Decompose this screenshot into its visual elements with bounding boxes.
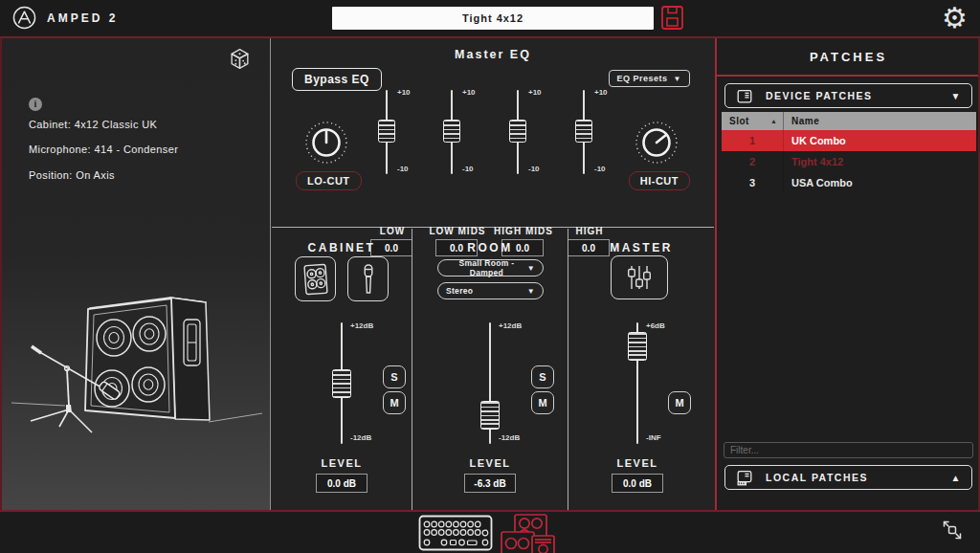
lo-cut-knob[interactable] <box>303 120 349 166</box>
eq-low-fader-handle[interactable] <box>378 120 395 143</box>
slot-column-header[interactable]: Slot ▲ <box>722 116 783 126</box>
fader-min-label: -INF <box>646 433 661 442</box>
patch-slot: 1 <box>722 135 783 146</box>
bottom-bar <box>0 510 980 553</box>
room-mode-value: Stereo <box>446 286 473 296</box>
patches-header: PATCHES <box>717 38 980 77</box>
fader-min-label: -10 <box>397 165 409 173</box>
info-microphone-text: Microphone: 414 - Condenser <box>29 144 178 155</box>
fader-min-label: -12dB <box>350 433 371 442</box>
cabinet-view-panel: i Cabinet: 4x12 Classic UK Microphone: 4… <box>0 38 271 510</box>
patch-row-2[interactable]: 2 Tight 4x12 <box>722 151 976 172</box>
patch-name: UK Combo <box>783 130 976 151</box>
local-patches-icon <box>735 469 754 487</box>
fader-min-label: -10 <box>528 165 540 173</box>
expand-fullscreen-icon[interactable] <box>941 519 964 542</box>
caret-down-icon: ▼ <box>527 287 535 296</box>
patch-name: Tight 4x12 <box>783 151 976 172</box>
master-fader-handle[interactable] <box>628 332 647 361</box>
amp-head-tab-icon[interactable] <box>418 515 493 551</box>
master-level-label: LEVEL <box>607 457 668 469</box>
cabinet-stack-tab-icon[interactable] <box>495 513 556 553</box>
room-fader-handle[interactable] <box>480 401 500 430</box>
room-title: ROOM <box>412 241 568 254</box>
room-type-value: Small Room - Damped <box>446 258 527 277</box>
center-panel: Master EQ Bypass EQ EQ Presets ▼ LO-CUT <box>272 38 714 510</box>
local-patches-button[interactable]: LOCAL PATCHES ▲ <box>724 465 972 490</box>
patch-table: Slot ▲ Name 1 UK Combo 2 Tight 4x12 3 US… <box>722 112 976 193</box>
fader-min-label: -10 <box>594 165 606 173</box>
room-level-label: LEVEL <box>459 457 521 469</box>
eq-high-mids-fader-handle[interactable] <box>509 120 526 143</box>
caret-up-icon: ▲ <box>951 473 962 483</box>
master-level-value[interactable]: 0.0 dB <box>612 474 663 493</box>
filter-input[interactable] <box>724 442 973 458</box>
master-level-fader: +6dB -INF <box>607 322 668 447</box>
room-level-fader: +12dB -12dB <box>459 322 521 447</box>
hi-cut-label[interactable]: HI-CUT <box>629 171 690 190</box>
room-mode-dropdown[interactable]: Stereo ▼ <box>437 282 544 299</box>
master-mixer-button[interactable] <box>611 255 668 299</box>
lo-cut-label[interactable]: LO-CUT <box>296 171 362 190</box>
brand: AMPED 2 <box>11 5 118 31</box>
master-section: MASTER +6dB -INF <box>568 229 714 512</box>
eq-band-high-mids: +10 -10 HIGH MIDS 0.0 <box>493 86 554 228</box>
patch-slot: 3 <box>722 177 783 188</box>
amped2-window: AMPED 2 Tight 4x12 ⚙ i Cabinet: 4x12 Cla… <box>0 0 980 553</box>
room-solo-button[interactable]: S <box>531 365 554 388</box>
patch-row-3[interactable]: 3 USA Combo <box>722 172 976 193</box>
fader-max-label: +6dB <box>646 321 665 330</box>
settings-gear-icon[interactable]: ⚙ <box>942 0 968 36</box>
fader-max-label: +10 <box>462 88 476 97</box>
master-mute-button[interactable]: M <box>668 391 691 414</box>
cabinet-level-label: LEVEL <box>311 457 372 469</box>
cabinet-solo-button[interactable]: S <box>383 365 406 388</box>
room-type-dropdown[interactable]: Small Room - Damped ▼ <box>437 259 544 276</box>
caret-down-icon: ▼ <box>527 264 535 273</box>
device-patches-icon <box>735 87 754 105</box>
caret-down-icon: ▼ <box>674 75 681 83</box>
eq-high-fader-handle[interactable] <box>575 120 592 143</box>
device-patches-label: DEVICE PATCHES <box>766 90 873 101</box>
save-icon[interactable] <box>660 5 684 31</box>
microphone-icon <box>359 262 378 297</box>
eq-presets-label: EQ Presets <box>617 74 668 83</box>
cabinet-level-fader: +12dB -12dB <box>311 322 372 447</box>
patch-slot: 2 <box>722 156 783 167</box>
caret-down-icon: ▼ <box>951 91 962 101</box>
left-edge-border <box>0 38 2 510</box>
cabinet-level-value[interactable]: 0.0 dB <box>316 474 368 493</box>
cabinet-select-button[interactable] <box>295 256 336 301</box>
info-position-text: Position: On Axis <box>29 169 115 181</box>
fader-max-label: +12dB <box>499 321 522 330</box>
cabinet-mic-illustration[interactable] <box>11 277 262 490</box>
cabinet-icon <box>301 261 330 298</box>
room-level-value[interactable]: -6.3 dB <box>464 474 516 493</box>
cabinet-section: CABINET <box>272 229 412 512</box>
master-eq-title: Master EQ <box>272 48 714 61</box>
randomize-dice-icon[interactable] <box>228 47 252 71</box>
eq-presets-button[interactable]: EQ Presets ▼ <box>609 70 690 87</box>
patch-table-header: Slot ▲ Name <box>722 112 976 130</box>
patch-name: USA Combo <box>783 172 976 193</box>
cabinet-title: CABINET <box>272 241 412 254</box>
fader-max-label: +10 <box>397 88 411 97</box>
cabinet-fader-handle[interactable] <box>332 369 351 398</box>
main-area: i Cabinet: 4x12 Classic UK Microphone: 4… <box>0 36 980 510</box>
master-eq-section: Master EQ Bypass EQ EQ Presets ▼ LO-CUT <box>272 38 714 228</box>
sort-asc-icon: ▲ <box>770 118 777 124</box>
cabinet-mute-button[interactable]: M <box>383 391 406 414</box>
room-mute-button[interactable]: M <box>531 391 554 414</box>
name-column-header[interactable]: Name <box>783 112 976 130</box>
patch-name-field[interactable]: Tight 4x12 <box>332 7 654 30</box>
hi-cut-knob[interactable] <box>634 120 679 166</box>
microphone-select-button[interactable] <box>347 256 389 301</box>
fader-max-label: +10 <box>528 88 542 97</box>
info-cabinet-text: Cabinet: 4x12 Classic UK <box>29 119 157 130</box>
device-patches-button[interactable]: DEVICE PATCHES ▼ <box>724 83 972 108</box>
patch-row-1[interactable]: 1 UK Combo <box>722 130 976 151</box>
eq-low-mids-fader-handle[interactable] <box>443 120 460 143</box>
room-section: ROOM Small Room - Damped ▼ Stereo ▼ +12d… <box>412 229 568 512</box>
local-patches-label: LOCAL PATCHES <box>766 472 868 483</box>
slot-header-label: Slot <box>729 116 749 126</box>
